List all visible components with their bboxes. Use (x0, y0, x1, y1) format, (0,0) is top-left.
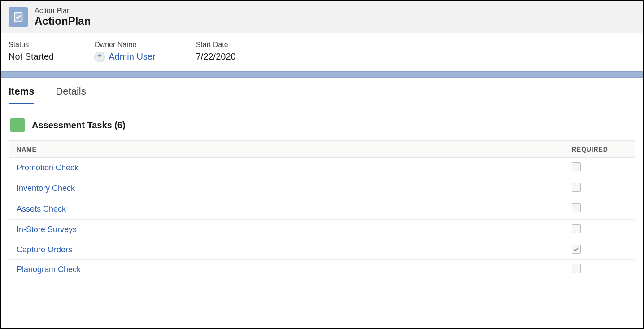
start-date-label: Start Date (196, 41, 236, 49)
start-date-field: Start Date 7/22/2020 (196, 41, 236, 62)
table-row: Promotion Check (9, 158, 635, 178)
status-field: Status Not Started (9, 41, 54, 62)
col-name[interactable]: NAME (9, 141, 564, 158)
required-checkbox (572, 264, 581, 273)
required-checkbox (572, 183, 581, 192)
owner-field: Owner Name Admin User (94, 41, 155, 62)
required-checkbox (572, 203, 581, 212)
section-divider (1, 71, 643, 78)
page-frame: Action Plan ActionPlan Status Not Starte… (0, 0, 644, 329)
owner-avatar-icon (94, 52, 105, 62)
required-checkbox (572, 245, 581, 254)
assessment-tasks-title: Assessment Tasks (6) (32, 120, 126, 130)
owner-label: Owner Name (94, 41, 155, 49)
highlights-panel: Status Not Started Owner Name Admin User… (1, 33, 643, 71)
page-title: ActionPlan (35, 15, 91, 27)
task-name-link[interactable]: In-Store Surveys (17, 225, 77, 234)
table-row: In-Store Surveys (9, 220, 635, 240)
page-header: Action Plan ActionPlan (1, 1, 643, 33)
tab-items[interactable]: Items (9, 86, 34, 104)
required-checkbox (572, 162, 581, 171)
task-name-link[interactable]: Promotion Check (17, 163, 78, 172)
svg-point-3 (98, 55, 102, 57)
task-name-link[interactable]: Capture Orders (17, 245, 72, 254)
task-name-link[interactable]: Inventory Check (17, 184, 75, 193)
tabs: Items Details (1, 78, 643, 104)
required-checkbox (572, 224, 581, 233)
owner-link[interactable]: Admin User (109, 52, 155, 62)
header-titles: Action Plan ActionPlan (35, 7, 91, 27)
table-row: Inventory Check (9, 178, 635, 199)
object-type-label: Action Plan (35, 7, 91, 15)
assessment-tasks-section: Assessment Tasks (6) NAME REQUIRED Promo… (1, 104, 643, 280)
start-date-value: 7/22/2020 (196, 52, 236, 62)
status-label: Status (9, 41, 54, 49)
table-row: Capture Orders (9, 240, 635, 260)
status-value: Not Started (9, 52, 54, 62)
tasks-table: NAME REQUIRED Promotion CheckInventory C… (9, 141, 635, 280)
table-row: Assets Check (9, 199, 635, 220)
action-plan-icon (9, 7, 28, 27)
col-required[interactable]: REQUIRED (564, 141, 635, 158)
table-row: Planogram Check (9, 260, 635, 280)
assessment-tasks-icon (10, 118, 25, 132)
task-name-link[interactable]: Planogram Check (17, 265, 81, 274)
task-name-link[interactable]: Assets Check (17, 204, 66, 213)
tab-details[interactable]: Details (56, 86, 86, 104)
